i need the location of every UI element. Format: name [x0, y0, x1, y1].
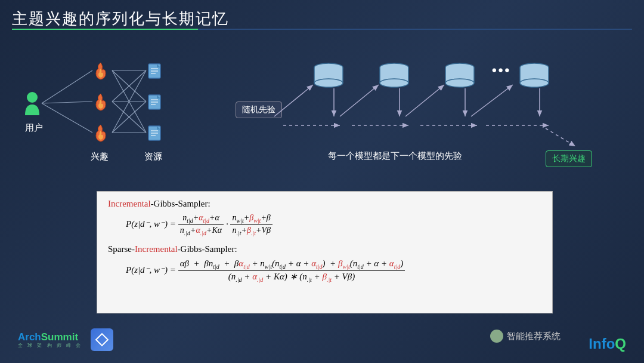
formula1-title-blk: -Gibbs-Sampler: [151, 199, 210, 208]
footer-left: ArchSummit 全 球 架 构 师 峰 会 [18, 328, 113, 351]
wechat-label: 智能推荐系统 [490, 330, 561, 343]
diamond-logo-icon [91, 328, 113, 351]
svg-point-42 [314, 79, 343, 87]
wechat-icon [490, 330, 503, 343]
svg-line-29 [405, 85, 444, 116]
cylinder-icon [519, 63, 550, 90]
fire-icon [92, 93, 109, 114]
formula-box: Incremental-Gibbs-Sampler: P(z|d⁻, w⁻) =… [97, 191, 553, 313]
cylinder-icon [444, 63, 475, 90]
arch-summit-logo: ArchSummit [18, 331, 82, 343]
svg-line-25 [274, 85, 313, 116]
svg-point-52 [445, 79, 474, 87]
svg-point-57 [520, 79, 549, 87]
user-icon [23, 91, 42, 118]
model-flow-svg [244, 60, 632, 161]
infoq-logo: InfoQ [589, 336, 626, 352]
user-interest-graph: 用户 兴趣 资源 [12, 51, 173, 158]
interest-label: 兴趣 [91, 151, 109, 162]
document-icon [146, 124, 163, 145]
ellipsis: ••• [492, 63, 511, 78]
fire-icon [92, 61, 109, 83]
svg-line-1 [42, 101, 92, 103]
formula1-title-red: Incremental [108, 199, 151, 208]
formula2-title-red: Incremental [135, 244, 178, 254]
formula1-equation: P(z|d⁻, w⁻) = nt|d+αt|d+αn.|d+α.|d+Kα · … [126, 213, 541, 237]
svg-line-37 [546, 128, 575, 146]
document-icon [146, 93, 163, 114]
svg-point-12 [27, 92, 38, 103]
slide-title: 主题兴趣的序列化与长期记忆 [12, 8, 229, 29]
svg-line-27 [340, 85, 379, 116]
svg-line-2 [42, 103, 92, 133]
cylinder-icon [379, 63, 410, 90]
title-underline [12, 29, 632, 30]
user-label: 用户 [25, 122, 43, 134]
longterm-label: 长期兴趣 [546, 150, 592, 167]
fire-icon [92, 124, 109, 145]
svg-line-0 [42, 70, 92, 103]
formula2-equation: P(z|d⁻, w⁻) = αβ + βnt|d + βαt|d + nw|t(… [126, 258, 541, 284]
svg-line-31 [471, 85, 513, 116]
cylinder-icon [313, 63, 344, 90]
document-icon [146, 61, 163, 83]
svg-point-47 [380, 79, 408, 87]
resource-label: 资源 [144, 151, 162, 162]
model-description: 每一个模型都是下一个模型的先验 [328, 150, 462, 162]
